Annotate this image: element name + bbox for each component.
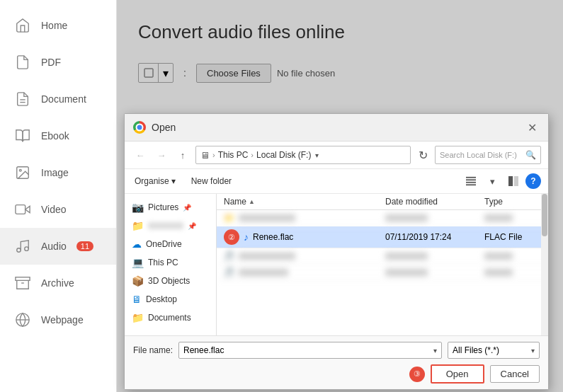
sidebar-item-label: Document bbox=[41, 93, 86, 105]
search-bar[interactable]: Search Local Disk (F:) 🔍 bbox=[435, 146, 541, 164]
dsidebar-item-documents[interactable]: 📁 Documents bbox=[125, 309, 216, 327]
file-name-cell: 🎵 bbox=[224, 251, 385, 261]
main-content: Convert audio files online ▾ : Choose Fi… bbox=[117, 0, 563, 392]
dialog-title-text: Open bbox=[152, 122, 176, 133]
dsidebar-item-onedrive[interactable]: ☁ OneDrive bbox=[125, 235, 216, 253]
document-icon bbox=[13, 89, 33, 109]
flac-file-icon: ♪ bbox=[244, 231, 249, 243]
sidebar-item-webpage[interactable]: Webpage bbox=[0, 301, 116, 338]
open-button[interactable]: Open bbox=[431, 364, 484, 384]
new-folder-button[interactable]: New folder bbox=[188, 175, 234, 188]
dsidebar-item-label: Pictures bbox=[148, 202, 178, 212]
back-button[interactable]: ← bbox=[132, 146, 149, 163]
view-list-button[interactable] bbox=[462, 173, 480, 189]
dsidebar-item-pictures[interactable]: 📷 Pictures 📌 bbox=[125, 198, 216, 217]
onedrive-icon: ☁ bbox=[132, 238, 142, 250]
file-name-dropdown-icon: ▾ bbox=[433, 347, 437, 354]
table-row[interactable]: 🎵 bbox=[217, 265, 548, 281]
sidebar-item-label: Archive bbox=[41, 277, 74, 289]
file-type: FLAC File bbox=[484, 232, 541, 242]
pdf-icon bbox=[13, 52, 33, 72]
organize-label: Organise bbox=[135, 176, 169, 186]
file-name-cell: ② ♪ Renee.flac bbox=[224, 229, 385, 245]
sidebar-item-archive[interactable]: Archive bbox=[0, 265, 116, 301]
file-icon: 🎵 bbox=[224, 251, 234, 261]
dialog-title-left: Open bbox=[133, 121, 176, 134]
table-row[interactable]: ② ♪ Renee.flac 07/11/2019 17:24 FLAC Fil… bbox=[217, 226, 548, 248]
sidebar-item-ebook[interactable]: Ebook bbox=[0, 117, 116, 154]
forward-button[interactable]: → bbox=[153, 146, 170, 163]
view-pane-button[interactable] bbox=[504, 173, 523, 189]
path-bar[interactable]: 🖥 › This PC › Local Disk (F:) ▾ bbox=[195, 146, 411, 164]
folder-icon: 📁 bbox=[224, 213, 234, 223]
dsidebar-item-3dobjects[interactable]: 📦 3D Objects bbox=[125, 272, 216, 290]
dsidebar-item-label2 bbox=[148, 222, 183, 229]
organize-button[interactable]: Organise ▾ bbox=[132, 175, 178, 188]
svg-rect-18 bbox=[514, 176, 518, 186]
dialog-titlebar: Open ✕ bbox=[125, 114, 548, 142]
dsidebar-documents-label: Documents bbox=[148, 313, 191, 323]
col-type-header[interactable]: Type bbox=[484, 197, 541, 207]
dsidebar-item-pictures2[interactable]: 📁 📌 bbox=[125, 217, 216, 235]
file-type-dropdown[interactable]: All Files (*.*) ▾ bbox=[448, 342, 540, 359]
organize-left: Organise ▾ New folder bbox=[132, 175, 234, 188]
sidebar-item-document[interactable]: Document bbox=[0, 81, 116, 117]
table-row[interactable]: 🎵 bbox=[217, 248, 548, 265]
ebook-icon bbox=[13, 126, 33, 146]
desktop-icon: 🖥 bbox=[132, 294, 142, 305]
dialog-footer: File name: Renee.flac ▾ All Files (*.*) … bbox=[125, 335, 548, 389]
search-placeholder: Search Local Disk (F:) bbox=[440, 151, 523, 159]
computer-icon: 🖥 bbox=[200, 150, 210, 161]
pin-icon: 📌 bbox=[183, 204, 191, 212]
sidebar-item-pdf[interactable]: PDF bbox=[0, 44, 116, 81]
sidebar-item-image[interactable]: Image bbox=[0, 154, 116, 191]
svg-rect-8 bbox=[16, 277, 30, 281]
svg-point-3 bbox=[19, 169, 21, 171]
documents-icon: 📁 bbox=[132, 312, 144, 323]
sidebar-item-audio[interactable]: Audio 11 bbox=[0, 228, 116, 265]
refresh-button[interactable]: ↻ bbox=[415, 147, 431, 163]
file-icon2: 🎵 bbox=[224, 267, 234, 277]
sidebar-item-label: Audio bbox=[41, 241, 67, 252]
thispc-icon: 💻 bbox=[132, 257, 144, 268]
file-name-label: File name: bbox=[133, 345, 173, 355]
svg-marker-4 bbox=[25, 206, 30, 212]
dsidebar-item-desktop[interactable]: 🖥 Desktop bbox=[125, 290, 216, 309]
dialog-close-button[interactable]: ✕ bbox=[524, 120, 540, 135]
col-date-header[interactable]: Date modified bbox=[385, 197, 484, 207]
dialog-sidebar: 📷 Pictures 📌 📁 📌 ☁ OneDrive 💻 bbox=[125, 194, 217, 335]
dialog-organize-bar: Organise ▾ New folder ▾ ? bbox=[125, 169, 548, 194]
footer-row2: ③ Open Cancel bbox=[133, 364, 540, 384]
file-name-cell: 🎵 bbox=[224, 267, 385, 277]
svg-rect-13 bbox=[466, 177, 476, 178]
sidebar-item-label: Image bbox=[41, 167, 69, 178]
image-icon bbox=[13, 163, 33, 183]
file-name-input[interactable]: Renee.flac ▾ bbox=[178, 342, 442, 359]
footer-row1: File name: Renee.flac ▾ All Files (*.*) … bbox=[133, 342, 540, 359]
svg-rect-15 bbox=[466, 182, 476, 183]
sidebar-item-label: Video bbox=[41, 204, 67, 215]
dialog-body: 📷 Pictures 📌 📁 📌 ☁ OneDrive 💻 bbox=[125, 194, 548, 335]
col-name-header[interactable]: Name ▲ bbox=[224, 197, 385, 207]
scrollbar-thumb[interactable] bbox=[542, 194, 547, 236]
table-row[interactable]: 📁 bbox=[217, 210, 548, 226]
audio-badge: 11 bbox=[76, 241, 93, 251]
view-dropdown-button[interactable]: ▾ bbox=[483, 173, 501, 189]
file-name-value: Renee.flac bbox=[183, 345, 224, 355]
file-type-label: All Files (*.*) bbox=[453, 345, 499, 355]
dsidebar-item-thispc[interactable]: 💻 This PC bbox=[125, 253, 216, 272]
archive-icon bbox=[13, 273, 33, 293]
svg-rect-17 bbox=[508, 176, 513, 186]
svg-rect-5 bbox=[16, 205, 25, 214]
cancel-button[interactable]: Cancel bbox=[490, 365, 540, 383]
chrome-icon bbox=[133, 121, 146, 134]
sidebar-item-video[interactable]: Video bbox=[0, 191, 116, 228]
dialog-toolbar: ← → ↑ 🖥 › This PC › Local Disk (F:) ▾ ↻ … bbox=[125, 142, 548, 169]
help-button[interactable]: ? bbox=[525, 173, 541, 189]
sidebar-item-label: Home bbox=[41, 20, 67, 31]
up-button[interactable]: ↑ bbox=[174, 146, 191, 163]
svg-rect-14 bbox=[466, 179, 476, 180]
dsidebar-onedrive-label: OneDrive bbox=[146, 239, 182, 249]
sidebar-item-home[interactable]: Home bbox=[0, 7, 116, 44]
file-type-chevron-icon: ▾ bbox=[531, 347, 535, 354]
